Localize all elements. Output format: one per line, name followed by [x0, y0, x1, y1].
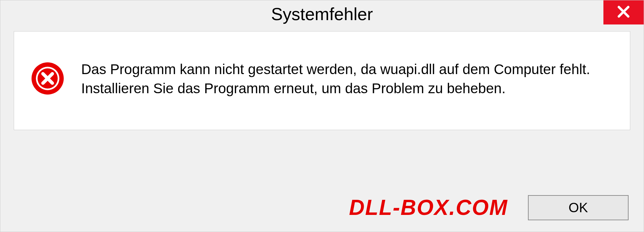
error-icon	[31, 62, 64, 97]
titlebar: Systemfehler	[0, 0, 644, 28]
error-message: Das Programm kann nicht gestartet werden…	[81, 60, 613, 98]
ok-button-label: OK	[569, 200, 588, 215]
footer: DLL-BOX.COM OK	[0, 183, 644, 232]
ok-button[interactable]: OK	[528, 195, 629, 220]
error-dialog: Systemfehler Das Programm kann nicht ges…	[0, 0, 644, 232]
close-icon	[616, 5, 631, 20]
close-button[interactable]	[603, 0, 644, 24]
watermark-text: DLL-BOX.COM	[349, 195, 508, 220]
content-panel: Das Programm kann nicht gestartet werden…	[14, 31, 630, 130]
dialog-title: Systemfehler	[271, 4, 373, 24]
